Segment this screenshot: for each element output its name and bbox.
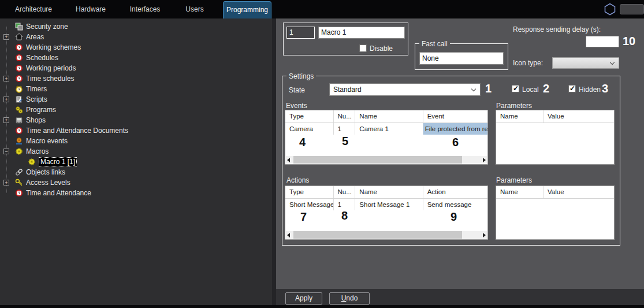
action-type-cell[interactable]: Short Message [285, 199, 334, 210]
tree-item-label: Areas [26, 33, 44, 41]
actions-header-row: Type Nu... Name Action [285, 186, 487, 199]
scrollbar-thumb[interactable] [293, 156, 462, 164]
state-dropdown[interactable]: Standard [329, 83, 481, 96]
clock-red-icon [15, 64, 23, 72]
response-delay-field[interactable] [586, 36, 619, 47]
tab-programming[interactable]: Programming [223, 1, 271, 18]
clock-red-icon [15, 189, 23, 197]
scroll-right-icon[interactable] [483, 233, 486, 238]
tree-item-time-attendance-documents[interactable]: Time and Attendance Documents [0, 125, 272, 136]
actions-title: Actions [286, 176, 309, 184]
column-header[interactable]: Name [355, 186, 423, 198]
annotation-2: 2 [543, 82, 549, 95]
tab-hardware[interactable]: Hardware [73, 0, 109, 18]
tree-item-label: Macros [26, 147, 49, 155]
column-header[interactable]: Type [285, 186, 334, 198]
annotation-10: 10 [623, 35, 635, 48]
fast-call-title: Fast call [419, 40, 450, 48]
event-type-cell[interactable]: Camera [285, 123, 334, 135]
tree-item-time-schedules[interactable]: + Time schedules [0, 73, 272, 84]
annotation-5: 5 [342, 135, 348, 148]
column-header[interactable]: Name [355, 110, 423, 123]
tree-item-working-schemes[interactable]: Working schemes [0, 42, 272, 53]
actions-table: Type Nu... Name Action Short Message 1 S… [285, 185, 488, 240]
expand-icon[interactable]: + [3, 34, 9, 40]
tree-item-scripts[interactable]: + Scripts [0, 94, 272, 105]
actions-horizontal-scrollbar[interactable] [286, 231, 487, 239]
undo-button[interactable]: Undo [329, 292, 370, 305]
tree-item-label: Time and Attendance Documents [26, 127, 128, 135]
response-delay-label: Response sending delay (s): [513, 25, 601, 34]
home-icon [15, 33, 23, 41]
security-zone-icon [15, 23, 23, 31]
tree-item-areas[interactable]: + Areas [0, 32, 272, 42]
events-horizontal-scrollbar[interactable] [286, 156, 487, 164]
tree-item-label-selected: Macro 1 [1] [39, 157, 77, 166]
expand-icon[interactable]: + [3, 180, 9, 185]
column-header[interactable]: Nu... [334, 186, 356, 198]
actions-table-row[interactable]: Short Message 1 Short Message 1 Send mes… [285, 199, 487, 210]
scrollbar-thumb[interactable] [293, 231, 462, 239]
macro-event-icon [15, 137, 23, 145]
tree-item-working-periods[interactable]: Working periods [0, 63, 272, 73]
event-number-cell[interactable]: 1 [334, 123, 356, 135]
calculator-icon [15, 116, 23, 124]
annotation-7: 7 [300, 210, 307, 224]
tree-item-shops[interactable]: + Shops [0, 115, 272, 125]
clock-red-icon [15, 127, 23, 135]
parameters-header-row: Name Value [496, 186, 614, 199]
macro-name-field[interactable]: Macro 1 [318, 27, 405, 39]
tree-item-macro-events[interactable]: Macro events [0, 136, 272, 146]
tree-item-programs[interactable]: Programs [0, 105, 272, 115]
events-table-row[interactable]: Camera 1 Camera 1 File protected from re… [285, 123, 487, 135]
column-header[interactable]: Name [496, 110, 544, 123]
tree-item-label: Scripts [26, 95, 47, 103]
fast-call-field[interactable]: None [419, 52, 504, 65]
undo-label-mnemonic: U [341, 294, 347, 302]
column-header[interactable]: Value [544, 110, 614, 123]
column-header[interactable]: Action [423, 186, 487, 198]
tree-item-schedules[interactable]: Schedules [0, 53, 272, 63]
action-action-cell[interactable]: Send message [423, 199, 487, 210]
column-header[interactable]: Nu... [334, 110, 356, 123]
column-header[interactable]: Name [496, 186, 544, 198]
column-header[interactable]: Event [423, 110, 487, 123]
action-name-cell[interactable]: Short Message 1 [355, 199, 423, 210]
annotation-8: 8 [341, 209, 348, 222]
expand-icon[interactable]: + [3, 97, 9, 102]
scroll-left-icon[interactable] [287, 158, 290, 162]
column-header[interactable]: Value [544, 186, 614, 198]
tree-item-timers[interactable]: Timers [0, 84, 272, 94]
expand-icon[interactable]: + [3, 117, 9, 123]
tab-interfaces[interactable]: Interfaces [126, 0, 163, 18]
disable-checkbox[interactable] [359, 44, 367, 52]
macro-id-field[interactable]: 1 [286, 27, 315, 39]
icon-type-dropdown[interactable] [552, 57, 619, 69]
expand-icon[interactable]: + [3, 76, 9, 81]
tree-item-label: Time and Attendance [26, 189, 91, 197]
annotation-1: 1 [485, 82, 492, 95]
tree-item-access-levels[interactable]: + Access Levels [0, 177, 272, 188]
tree-item-objects-links[interactable]: Objects links [0, 167, 272, 177]
event-name-cell[interactable]: Camera 1 [355, 123, 423, 135]
collapse-icon[interactable]: − [3, 149, 9, 154]
tab-architecture[interactable]: Architecture [10, 0, 57, 18]
tree-item-label: Programs [26, 106, 56, 114]
action-number-cell[interactable]: 1 [334, 199, 356, 210]
state-label: State [289, 86, 305, 94]
scroll-left-icon[interactable] [287, 233, 290, 238]
apply-button[interactable]: Apply [285, 292, 322, 305]
tree-item-security-zone[interactable]: Security zone [0, 21, 272, 32]
tree-item-macro-1-selected[interactable]: Macro 1 [1] [0, 157, 272, 167]
tab-users[interactable]: Users [183, 0, 206, 18]
window-bottom-edge [0, 305, 644, 308]
chain-link-icon [15, 168, 23, 176]
column-header[interactable]: Type [285, 110, 334, 123]
scroll-right-icon[interactable] [483, 158, 486, 162]
tree-item-macros[interactable]: − Macros [0, 146, 272, 157]
tree-item-time-and-attendance[interactable]: Time and Attendance [0, 188, 272, 198]
hidden-checkbox[interactable] [568, 85, 576, 92]
event-event-cell-selected[interactable]: File protected from rew [423, 123, 487, 135]
local-checkbox[interactable] [512, 85, 519, 92]
window-control-button[interactable] [620, 4, 644, 14]
